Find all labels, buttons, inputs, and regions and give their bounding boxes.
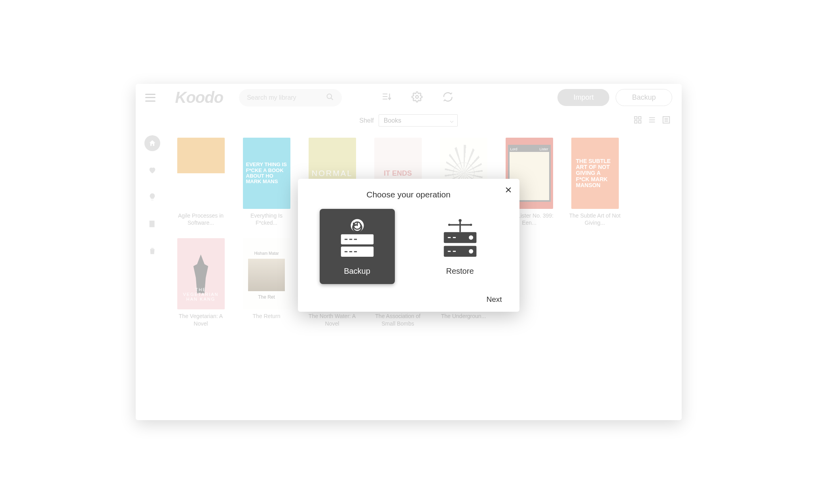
restore-option-label: Restore [446, 267, 474, 276]
backup-option[interactable]: Backup [320, 209, 395, 284]
next-button[interactable]: Next [312, 295, 505, 304]
backup-option-label: Backup [344, 267, 370, 276]
modal-title: Choose your operation [312, 190, 505, 199]
close-icon[interactable] [504, 186, 512, 195]
app-window: Koodo Import Backup Shelf [136, 84, 682, 420]
operation-options: Backup Restore [312, 209, 505, 284]
svg-point-32 [448, 224, 450, 226]
restore-icon [438, 218, 482, 261]
backup-icon [336, 218, 379, 261]
svg-point-37 [469, 235, 473, 239]
operation-modal: Choose your operation Backup [298, 179, 519, 312]
svg-point-33 [470, 224, 472, 226]
restore-option[interactable]: Restore [423, 209, 498, 284]
svg-point-41 [469, 249, 473, 253]
svg-point-31 [459, 219, 461, 222]
